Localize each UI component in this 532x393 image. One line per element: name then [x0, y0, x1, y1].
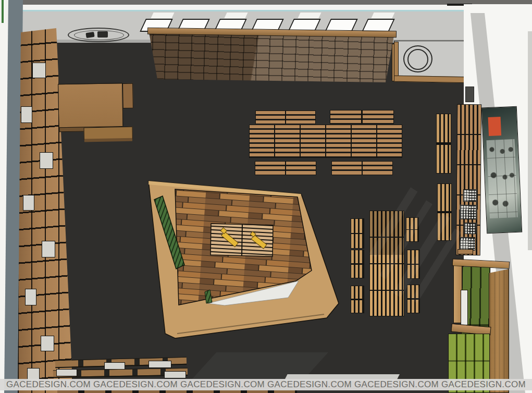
basin-inner-circle: [407, 49, 428, 70]
locker-top-wood-bits: [457, 249, 473, 254]
green-locker-cabinet: [448, 249, 511, 393]
watermark-text: GACEDESIGN.COM: [93, 379, 178, 390]
bench: [255, 110, 316, 124]
green-wall-edge-line: [2, 0, 4, 23]
shelf-white-cell: [41, 336, 54, 351]
display-table-white: [56, 369, 77, 376]
below-bar-display-boxes: [57, 390, 297, 393]
watermark-bar: GACEDESIGN.COM GACEDESIGN.COM GACEDESIGN…: [0, 379, 532, 390]
desk-bottom-front-edge: [84, 138, 132, 142]
locker-right-wood-panel: [489, 269, 509, 393]
watermark-text: GACEDESIGN.COM: [6, 379, 91, 390]
watermark-text: GACEDESIGN.COM: [441, 379, 526, 390]
reception-desk: [57, 82, 136, 143]
dark-wall-box: [465, 87, 474, 102]
shelf-white-cell: [40, 152, 53, 169]
poster-photo-grid: [486, 139, 517, 218]
wire-basket: [463, 189, 477, 202]
slatted-bench-unit: [436, 114, 451, 174]
poster-orange-logo: [488, 117, 502, 136]
watermark-text: GACEDESIGN.COM: [354, 379, 439, 390]
wire-basket: [464, 223, 476, 234]
display-table-white: [149, 361, 171, 368]
display-table-white: [164, 371, 186, 378]
window-reflection: [151, 13, 174, 18]
render-canvas: GACEDESIGN.COM GACEDESIGN.COM GACEDESIGN…: [0, 0, 532, 393]
desk-top: [58, 83, 123, 128]
display-table-white: [104, 362, 125, 370]
wall-poster: [481, 106, 522, 234]
bench: [351, 286, 364, 313]
bench: [351, 250, 364, 278]
fixture-glyph-right: [97, 31, 108, 38]
watermark-text: GACEDESIGN.COM: [267, 379, 352, 390]
shelf-white-cell: [42, 241, 55, 257]
locker-white-cell: [461, 290, 468, 325]
shelf-white-cell: [32, 63, 46, 78]
central-platform: [115, 169, 344, 341]
watermark-text: GACEDESIGN.COM: [180, 379, 265, 390]
window-reflection: [371, 13, 394, 18]
communal-table: [249, 125, 402, 158]
counter-box-bottom-wood-edge: [394, 76, 468, 83]
shelf-white-cell: [25, 289, 36, 305]
desk-right-extension: [122, 83, 133, 108]
bench: [330, 110, 394, 124]
shelf-white-cell: [21, 106, 32, 123]
display-table-divider: [242, 224, 242, 256]
shelf-white-cell: [23, 195, 34, 211]
wire-basket: [460, 205, 476, 219]
right-wall-edge-sliver: [528, 31, 532, 250]
window-reflection: [298, 13, 321, 18]
bench: [351, 218, 364, 249]
window-reflection: [224, 13, 248, 18]
